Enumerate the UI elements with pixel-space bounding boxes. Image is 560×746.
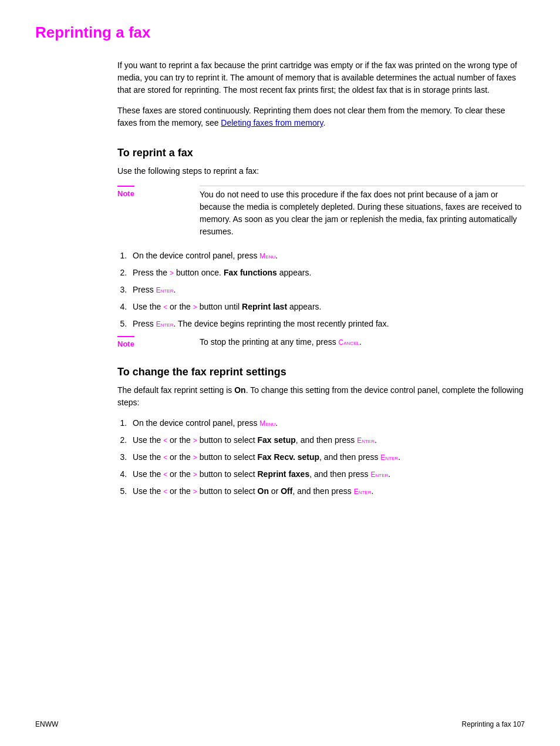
step-1-5-keyword: Enter: [156, 320, 174, 328]
footer: ENWW Reprinting a fax 107: [0, 720, 560, 728]
note-label-bottom-1: Note: [117, 336, 134, 348]
step-1-5-after: . The device begins reprinting the most …: [173, 319, 389, 328]
section2-intro: The default fax reprint setting is On. T…: [117, 384, 525, 409]
bottom-note-after: .: [359, 337, 362, 347]
step-1-3-after: .: [173, 285, 176, 294]
step-1-1-after: .: [275, 251, 278, 260]
step-2-4-t2: , and then press: [309, 469, 370, 479]
step-2-1-after: .: [275, 418, 278, 428]
step-1-1: On the device control panel, press Menu.: [129, 250, 525, 262]
note-label-col-bottom-1: Note: [117, 336, 200, 348]
section2-title: To change the fax reprint settings: [117, 366, 525, 378]
step-1-4-mid: button until: [197, 302, 242, 311]
step-2-2-t2: , and then press: [296, 435, 357, 445]
step-2-5-kw3: Enter: [354, 488, 372, 496]
step-2-3-t2: , and then press: [319, 452, 380, 462]
step-1-4-bold: Reprint last: [242, 302, 287, 311]
steps-list-2: On the device control panel, press Menu.…: [129, 417, 525, 498]
step-2-2-kw2: >: [193, 436, 197, 445]
step-2-4-bold: Reprint faxes: [258, 469, 310, 479]
step-1-5: Press Enter. The device begins reprintin…: [129, 318, 525, 330]
step-2-4-kw3: Enter: [371, 471, 389, 479]
step-2-4-mid: button to select: [197, 469, 258, 479]
deleting-faxes-link[interactable]: Deleting faxes from memory: [221, 118, 323, 127]
intro-para-2: These faxes are stored continuously. Rep…: [117, 105, 525, 129]
step-2-1-before: On the device control panel, press: [133, 418, 259, 428]
step-2-5-or2: or: [269, 486, 281, 496]
step-2-5-t2: , and then press: [292, 486, 353, 496]
step-2-5: Use the < or the > button to select On o…: [129, 485, 525, 498]
step-2-1: On the device control panel, press Menu.: [129, 417, 525, 429]
note-content-1: You do not need to use this procedure if…: [200, 186, 525, 238]
note-row-1: Note You do not need to use this procedu…: [117, 186, 525, 238]
step-1-4-kw2: >: [193, 303, 197, 311]
step-1-5-before: Press: [133, 319, 156, 328]
step-2-1-keyword: Menu: [259, 419, 275, 428]
footer-right: Reprinting a fax 107: [462, 720, 525, 728]
page-title: Reprinting a fax: [35, 23, 525, 42]
step-2-5-mid: button to select: [197, 486, 258, 496]
step-1-2-bold: Fax functions: [224, 268, 277, 277]
note-content-bottom-1: To stop the printing at any time, press …: [200, 336, 525, 348]
intro-para-2-after: .: [323, 118, 325, 127]
step-2-2-kw3: Enter: [357, 436, 375, 445]
step-1-2-after: appears.: [277, 268, 311, 277]
step-1-2-kw1: >: [170, 269, 174, 277]
bottom-note-keyword: Cancel: [339, 338, 359, 347]
step-2-2-or: or the: [167, 435, 193, 445]
step-2-3-bold: Fax Recv. setup: [258, 452, 320, 462]
step-2-5-bold2: Off: [281, 486, 292, 496]
step-2-5-bold1: On: [258, 486, 269, 496]
note-label-1: Note: [117, 186, 134, 198]
step-2-2-end: .: [375, 435, 377, 445]
step-2-3-or: or the: [167, 452, 193, 462]
step-2-3-end: .: [398, 452, 400, 462]
note-row-bottom-1: Note To stop the printing at any time, p…: [117, 336, 525, 348]
content-area: If you want to reprint a fax because the…: [117, 59, 525, 177]
step-1-1-before: On the device control panel, press: [133, 251, 259, 260]
step-2-2-t1: Use the: [133, 435, 163, 445]
step-1-2: Press the > button once. Fax functions a…: [129, 267, 525, 279]
step-2-3-kw2: >: [193, 453, 197, 462]
steps-list-1: On the device control panel, press Menu.…: [129, 250, 525, 330]
step-2-3: Use the < or the > button to select Fax …: [129, 451, 525, 463]
step-1-4-after: appears.: [287, 302, 321, 311]
step-1-3-before: Press: [133, 285, 156, 294]
section1-title: To reprint a fax: [117, 147, 525, 159]
step-1-2-mid: button once.: [174, 268, 224, 277]
step-2-2-bold: Fax setup: [258, 435, 296, 445]
step-1-3-keyword: Enter: [156, 286, 174, 294]
step-2-3-kw3: Enter: [380, 453, 398, 462]
step-2-3-t1: Use the: [133, 452, 163, 462]
step-2-5-kw2: >: [193, 488, 197, 496]
step-2-4-t1: Use the: [133, 469, 163, 479]
step-2-3-mid: button to select: [197, 452, 258, 462]
step-2-4-kw2: >: [193, 471, 197, 479]
step-1-1-keyword: Menu: [259, 252, 275, 260]
step-1-2-before: Press the: [133, 268, 170, 277]
step-2-4-end: .: [388, 469, 390, 479]
section1-steps: On the device control panel, press Menu.…: [117, 250, 525, 330]
step-2-5-or: or the: [167, 486, 193, 496]
note-label-col-1: Note: [117, 186, 200, 238]
section2-area: To change the fax reprint settings The d…: [117, 366, 525, 498]
section2-on: On: [234, 385, 245, 395]
section1-intro: Use the following steps to reprint a fax…: [117, 165, 525, 177]
step-1-4: Use the < or the > button until Reprint …: [129, 301, 525, 313]
step-1-4-or: or the: [167, 302, 193, 311]
step-1-3: Press Enter.: [129, 284, 525, 296]
intro-para-1: If you want to reprint a fax because the…: [117, 59, 525, 96]
step-2-4: Use the < or the > button to select Repr…: [129, 468, 525, 480]
step-2-2: Use the < or the > button to select Fax …: [129, 434, 525, 446]
step-2-5-t1: Use the: [133, 486, 163, 496]
step-2-2-mid: button to select: [197, 435, 258, 445]
bottom-note-before: To stop the printing at any time, press: [200, 337, 339, 347]
step-2-5-end: .: [371, 486, 373, 496]
step-2-4-or: or the: [167, 469, 193, 479]
footer-left: ENWW: [35, 720, 58, 728]
step-1-4-before: Use the: [133, 302, 163, 311]
